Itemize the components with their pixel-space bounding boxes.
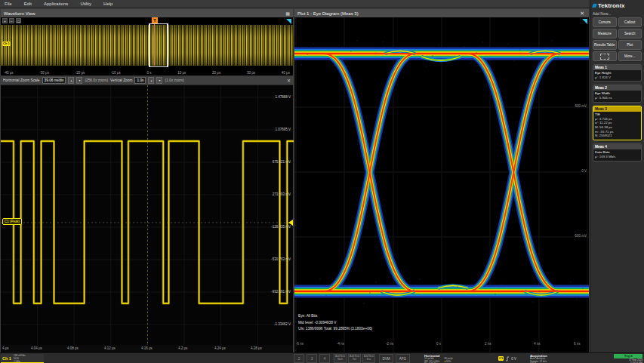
eye-diagram-titlebar[interactable]: Plot 1 - Eye Diagram (Meas 3) ✕ — [294, 9, 589, 17]
eye-info-midlevel: Mid level: -0.0094938 V — [298, 320, 372, 327]
overview-undock-icon[interactable] — [286, 19, 291, 24]
add-new-bus-button[interactable]: Add New Bus — [362, 354, 375, 363]
overview-time-label: 30 μs — [247, 71, 255, 75]
acquisition-badge[interactable]: Acquisition Auto, Analysis Sample: 12 bi… — [528, 353, 589, 363]
v-zoom-factor-label: (1.0x zoom) — [165, 78, 183, 82]
draw-box-icon — [600, 54, 609, 60]
channel-4-button[interactable]: 4 — [319, 354, 330, 363]
eye-diagram — [294, 17, 589, 353]
plot-button[interactable]: Plot — [618, 40, 642, 50]
eye-x-label: 4 ns — [534, 342, 541, 346]
meas-4-stat: μ': 169.3 Mb/s — [595, 155, 639, 159]
more-button[interactable]: More... — [618, 51, 642, 61]
measure-button[interactable]: Measure — [593, 29, 617, 38]
draw-box-button[interactable] — [593, 51, 617, 61]
menu-item-file[interactable]: File — [5, 2, 12, 6]
h-zoom-factor-label: (256.0x zoom) — [85, 78, 108, 82]
eye-plot-close-button[interactable]: ✕ — [578, 11, 586, 17]
trigger-badge[interactable]: C1 0 V — [498, 354, 516, 363]
pan-icon[interactable]: ▭ — [16, 18, 21, 23]
cursors-button[interactable]: Cursors — [593, 17, 617, 27]
menu-item-applications[interactable]: Applications — [44, 2, 68, 6]
voltage-axis-label: 675.021 mV — [273, 160, 291, 164]
eye-y-label: 500 mV — [575, 104, 587, 108]
waveform-view-window: Waveform View ▦ + − ▭ T Ch 1 -40 μs -30 … — [0, 8, 294, 352]
overview-time-label: -30 μs — [39, 71, 49, 75]
overview-channel-tag[interactable]: Ch 1 — [2, 42, 11, 46]
voltage-axis-label: -530.763 mV — [271, 257, 291, 261]
channel-1-label: Ch 1 — [2, 354, 11, 362]
zoom-box-left-handle[interactable] — [149, 24, 150, 66]
meas-3-badge[interactable]: Meas 3 TIE μ': 3.744 ps σ': 11.22 ps M: … — [593, 106, 642, 140]
search-button[interactable]: Search — [618, 29, 642, 38]
overview-toolbar: + − ▭ — [2, 18, 21, 23]
zoom-time-label: 4.16 μs — [141, 346, 153, 350]
add-new-math-button[interactable]: Add New Math — [334, 354, 347, 363]
callout-button[interactable]: Callout — [618, 17, 642, 27]
tektronix-logo: Tektronix — [593, 2, 642, 10]
menu-item-edit[interactable]: Edit — [24, 2, 32, 6]
overview-waveform[interactable] — [1, 25, 293, 66]
trigger-position-flag[interactable]: T — [152, 17, 158, 23]
voltage-axis-label: 1.07695 V — [275, 128, 291, 131]
meas-4-badge[interactable]: Meas 4 Data Rate μ': 169.3 Mb/s — [593, 143, 642, 161]
v-zoom-increase-button[interactable]: ▴ — [148, 77, 154, 84]
channel-2-button[interactable]: 2 — [294, 354, 304, 363]
eye-info-bits: Eye: All Bits — [298, 313, 372, 320]
trigger-level-arrow[interactable] — [288, 220, 293, 226]
vertical-zoom-label: Vertical Zoom — [110, 78, 132, 82]
menu-item-help[interactable]: Help — [103, 2, 112, 6]
voltage-axis-label: 1.47888 V — [275, 95, 291, 99]
channel-1-zoom-badge[interactable]: C1 (Peak) — [2, 218, 22, 225]
eye-diagram-window: Plot 1 - Eye Diagram (Meas 3) ✕ 500 mV 0… — [294, 8, 590, 352]
zoom-graticule[interactable]: 1.47888 V 1.07695 V 675.021 mV 273.093 m… — [1, 85, 293, 345]
trigger-source-chip: C1 — [498, 356, 504, 361]
channel-3-button[interactable]: 3 — [307, 354, 317, 363]
eye-plot-area[interactable]: 500 mV 0 V -500 mV -6 ns -4 ns -2 ns 0 s… — [294, 17, 589, 353]
voltage-axis-label: -932.691 mV — [271, 290, 291, 294]
waveform-overview-strip[interactable]: + − ▭ T Ch 1 -40 μs -30 μs -20 μs -10 μs… — [1, 17, 293, 76]
overview-time-label: -40 μs — [4, 71, 14, 75]
zoom-close-button[interactable]: ✕ — [287, 78, 291, 83]
h-zoom-decrease-button[interactable]: ▾ — [76, 77, 82, 84]
eye-x-label: -6 ns — [296, 342, 304, 346]
v-zoom-decrease-button[interactable]: ▾ — [156, 77, 162, 84]
zoom-time-label: 4 μs — [2, 346, 9, 350]
tekscope-app: File Edit Applications Utility Help Wave… — [0, 0, 644, 363]
vertical-zoom-value[interactable]: 1.0x — [134, 77, 146, 84]
zoom-time-label: 4.04 μs — [31, 346, 42, 350]
zoom-selection-box[interactable] — [149, 23, 168, 67]
zoom-in-icon[interactable]: + — [2, 18, 8, 23]
eye-y-label: 0 V — [581, 169, 587, 173]
h-zoom-increase-button[interactable]: ▴ — [68, 77, 74, 84]
menu-item-utility[interactable]: Utility — [80, 2, 91, 6]
overview-time-label: -20 μs — [75, 71, 85, 75]
afg-button[interactable]: AFG — [396, 354, 410, 363]
add-new-ref-button[interactable]: Add New Ref — [348, 354, 361, 363]
voltage-axis-label: 273.093 mV — [273, 192, 291, 196]
menu-bar: File Edit Applications Utility Help — [0, 0, 590, 8]
eye-x-label: 0 s — [436, 342, 441, 346]
eye-diagram-title: Plot 1 - Eye Diagram (Meas 3) — [297, 11, 359, 16]
zoom-out-icon[interactable]: − — [9, 18, 14, 23]
waveform-view-grid-icon[interactable]: ▦ — [285, 11, 290, 16]
overview-time-axis: -40 μs -30 μs -20 μs -10 μs 0 s 10 μs 20… — [1, 71, 293, 75]
meas-3-header: Meas 3 — [593, 106, 641, 112]
eye-x-label: -2 ns — [386, 342, 393, 346]
results-table-button[interactable]: Results Table — [593, 40, 617, 50]
overview-time-label: 0 s — [146, 71, 151, 75]
horizontal-badge[interactable]: Horizontal 10 μs/div SR: 12.5 GS/s RL: 1… — [423, 353, 495, 363]
zoom-time-label: 4.12 μs — [104, 346, 116, 350]
horizontal-zoom-scale-value[interactable]: 39.06 ns/div — [42, 77, 66, 84]
meas-2-badge[interactable]: Meas 2 Eye Width μ': 5.906 ns — [593, 85, 642, 102]
zoom-controls-bar: Horizontal Zoom Scale 39.06 ns/div ▴ ▾ (… — [1, 76, 293, 85]
add-new-label: Add New... — [593, 11, 642, 16]
dvm-button[interactable]: DVM — [379, 354, 393, 363]
trigger-level: 0 V — [511, 357, 516, 361]
meas-1-badge[interactable]: Meas 1 Eye Height μ': 1.824 V — [593, 64, 642, 82]
overview-time-label: 20 μs — [212, 71, 220, 75]
channel-1-badge[interactable]: Ch 1 136 mV/div 50 Ω 1 GHz — [1, 354, 44, 363]
zoom-box-right-handle[interactable] — [167, 24, 168, 66]
eye-undock-icon[interactable] — [582, 19, 587, 24]
zoom-waveform — [1, 85, 294, 345]
